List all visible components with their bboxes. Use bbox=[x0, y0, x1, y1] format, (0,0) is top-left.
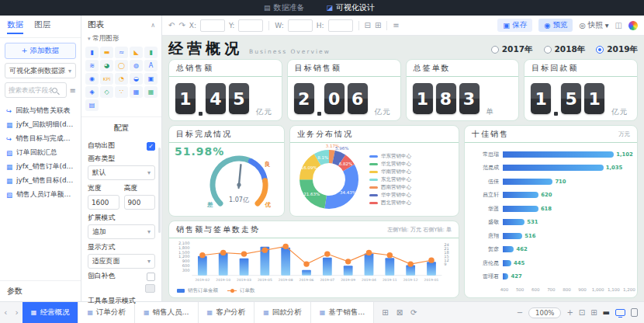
legend-item[interactable]: 订单数 bbox=[227, 287, 255, 294]
copy-sheet-icon[interactable]: ⊠ bbox=[396, 308, 403, 317]
legend-item[interactable]: 华北营销中心 bbox=[369, 161, 455, 168]
bar[interactable] bbox=[503, 165, 604, 171]
sidebar-tab[interactable]: 图层 bbox=[34, 19, 50, 34]
canvas-width-input[interactable] bbox=[88, 195, 119, 210]
list-icon[interactable]: ≡ bbox=[393, 21, 399, 30]
display-mode-select[interactable]: 适应页面 ▾ bbox=[88, 254, 155, 269]
search-input[interactable] bbox=[9, 86, 52, 94]
gauge-chart-icon[interactable]: ◔ bbox=[115, 73, 128, 85]
padding-color-checkbox[interactable] bbox=[147, 273, 155, 281]
params-section[interactable]: 参数 bbox=[0, 280, 81, 301]
bar[interactable] bbox=[503, 260, 511, 266]
table-chart-icon[interactable]: ▦ bbox=[130, 86, 143, 98]
data-list-item[interactable]: ▦jyfx_销售目标(data) bbox=[0, 174, 81, 188]
h-input[interactable] bbox=[328, 19, 353, 32]
nav-item[interactable]: ▤数据准备 bbox=[264, 2, 305, 13]
kpi-card[interactable]: 总签单数183单 bbox=[406, 59, 520, 121]
save-button[interactable]: ▣ 保存 bbox=[497, 19, 532, 32]
area-chart-icon[interactable]: ◣ bbox=[130, 47, 143, 58]
liquid-chart-icon[interactable]: ◒ bbox=[130, 73, 143, 85]
next-sheet-icon[interactable]: › bbox=[11, 307, 22, 318]
ring-chart-icon[interactable]: ◯ bbox=[115, 60, 128, 71]
year-radio[interactable]: 2018年 bbox=[544, 44, 586, 55]
sheet-tab[interactable]: ▦回款分析 bbox=[254, 302, 311, 323]
year-radio[interactable]: 2019年 bbox=[596, 44, 638, 55]
legend-item[interactable]: 东北营销中心 bbox=[369, 176, 455, 183]
sheet-tab[interactable]: ▦客户分析 bbox=[199, 302, 255, 323]
detail-table-icon[interactable]: ▤ bbox=[85, 99, 99, 111]
legend-item[interactable]: 西北营销中心 bbox=[369, 200, 455, 207]
donut-card[interactable]: 业务分布情况 3.17%5.96%6.82%34.43%21.63%16.09%… bbox=[289, 125, 459, 217]
sheet-tab[interactable]: ▦经营概况 bbox=[23, 302, 79, 323]
rose-chart-icon[interactable]: ◍ bbox=[130, 60, 143, 71]
bar[interactable] bbox=[503, 206, 538, 212]
rank-chart-icon[interactable]: ≋ bbox=[85, 60, 99, 71]
card-chart-icon[interactable]: ▣ bbox=[144, 73, 158, 85]
mobile-preview-icon[interactable] bbox=[631, 308, 638, 317]
zoom-in-icon[interactable]: + bbox=[566, 308, 573, 317]
text-chart-icon[interactable]: A bbox=[144, 60, 158, 71]
bar[interactable] bbox=[503, 192, 538, 198]
year-radio[interactable]: 2017年 bbox=[491, 44, 533, 55]
common-charts-section[interactable]: ▾ 常用图形 bbox=[81, 33, 161, 47]
bar[interactable] bbox=[503, 273, 508, 280]
padding-color-swatch[interactable] bbox=[145, 284, 155, 293]
canvas-height-input[interactable] bbox=[124, 195, 156, 210]
line-chart-icon[interactable]: ≈ bbox=[115, 47, 128, 58]
data-list-item[interactable]: ▧订单回款汇总 bbox=[0, 146, 81, 160]
collapse-icon[interactable]: ∧ bbox=[151, 22, 155, 29]
data-list-item[interactable]: ↪回款与销售关联表 bbox=[0, 104, 81, 118]
area-map-icon[interactable]: ◇ bbox=[100, 86, 113, 98]
kpi-card[interactable]: 目标回款额151亿元 bbox=[524, 59, 638, 121]
refresh-icon[interactable]: ⟳ bbox=[410, 308, 417, 317]
desktop-preview-icon[interactable] bbox=[615, 309, 625, 316]
y-input[interactable] bbox=[238, 19, 263, 32]
legend-item[interactable]: 西南营销中心 bbox=[369, 184, 455, 191]
datasource-select[interactable]: 可视化案例数据源 ▾ bbox=[5, 63, 76, 78]
x-input[interactable] bbox=[200, 19, 225, 32]
layer-icon[interactable]: ⊞ bbox=[375, 21, 381, 30]
bar[interactable] bbox=[503, 246, 514, 252]
bar[interactable] bbox=[503, 233, 522, 239]
world-map-icon[interactable]: ◉ bbox=[85, 73, 99, 85]
sheet-tab[interactable]: ▦基于销售... bbox=[311, 302, 375, 323]
nav-item[interactable]: ◪可视化设计 bbox=[327, 2, 376, 13]
bar[interactable] bbox=[503, 219, 525, 225]
filter-icon[interactable]: ≡ bbox=[70, 86, 76, 95]
pivot-table-icon[interactable]: ▦ bbox=[144, 86, 158, 98]
trend-card[interactable]: 销售额与签单数走势 左侧Y轴: 万元 右侧Y轴: 单 3006009001,20… bbox=[168, 221, 459, 298]
extend-mode-select[interactable]: 追加 ▾ bbox=[88, 224, 155, 239]
kpi-card-icon[interactable]: KPI bbox=[100, 73, 113, 85]
new-sheet-icon[interactable]: ⊞ bbox=[382, 308, 388, 317]
top10-card[interactable]: 十佳销售 万元 常思瑞1,102范昆成1,035伍佳710昌立轩620华遥618… bbox=[464, 125, 638, 298]
scrollbar[interactable] bbox=[158, 148, 161, 233]
add-data-button[interactable]: + 添加数据 bbox=[5, 43, 76, 59]
bar[interactable] bbox=[503, 151, 614, 158]
hbar-chart-icon[interactable]: ▬ bbox=[100, 47, 113, 58]
map-chart-icon[interactable]: ◈ bbox=[85, 86, 99, 98]
zoom-level[interactable]: 100% bbox=[528, 307, 561, 318]
scatter-map-icon[interactable]: ∵ bbox=[115, 86, 128, 98]
grid-view-icon[interactable]: ⊞ bbox=[590, 308, 597, 317]
bar[interactable] bbox=[503, 179, 552, 185]
fullscreen-icon[interactable]: ▬ bbox=[603, 308, 610, 317]
data-list-item[interactable]: ▧销售人员订单额汇总 bbox=[0, 188, 81, 202]
zoom-out-icon[interactable]: − bbox=[517, 308, 523, 317]
group-icon[interactable]: ⊟ bbox=[365, 21, 371, 30]
legend-item[interactable]: 华南营销中心 bbox=[369, 168, 455, 175]
snapshot-button[interactable]: ◎ 快照 ▾ bbox=[579, 20, 608, 30]
legend-item[interactable]: 华东营销中心 bbox=[369, 153, 455, 160]
w-input[interactable] bbox=[288, 19, 313, 32]
undo-icon[interactable]: ↶ bbox=[168, 21, 175, 30]
gauge-card[interactable]: 目标完成情况 51.98% 差良优1.07亿 bbox=[168, 125, 285, 217]
prev-sheet-icon[interactable]: ‹ bbox=[0, 307, 11, 318]
kpi-card[interactable]: 目标销售额206亿元 bbox=[287, 59, 401, 121]
pie-chart-icon[interactable]: ◕ bbox=[100, 60, 113, 71]
kpi-card[interactable]: 总销售额145亿元 bbox=[168, 59, 282, 121]
combo-chart-icon[interactable]: ▮ bbox=[144, 47, 158, 58]
preview-button[interactable]: ◉ 预览 bbox=[538, 19, 573, 32]
layout-grid-icon[interactable]: ◫ bbox=[615, 21, 622, 30]
theme-color-icon[interactable] bbox=[628, 21, 638, 30]
redo-icon[interactable]: ↷ bbox=[178, 21, 185, 30]
sidebar-tab[interactable]: 数据 bbox=[7, 19, 23, 34]
